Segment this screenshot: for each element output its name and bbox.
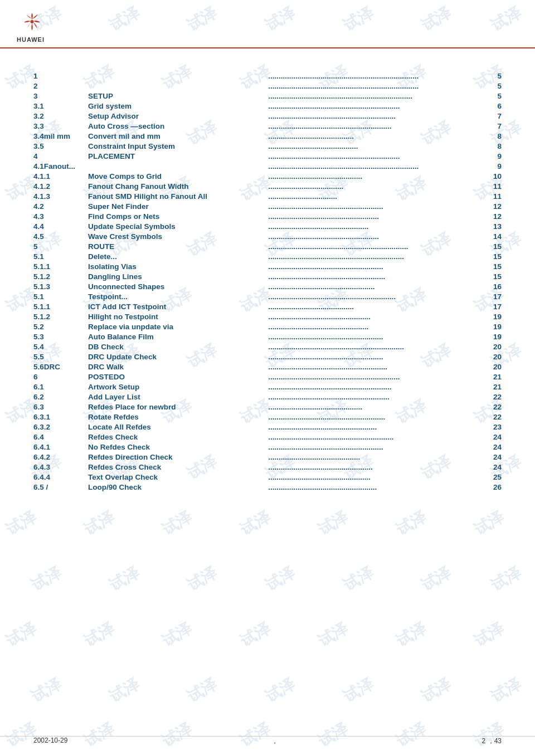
toc-page: 15 xyxy=(485,261,502,271)
toc-num: 6.3.2 xyxy=(33,422,84,432)
toc-title: Fanout Chang Fanout Width xyxy=(84,181,268,191)
watermark-97: 试泽 xyxy=(392,718,430,752)
toc-title: Constraint Input System xyxy=(84,141,268,151)
watermark-70: 试泽 xyxy=(470,506,508,540)
toc-page: 16 xyxy=(485,281,502,291)
toc-page: 9 xyxy=(485,151,502,161)
toc-row: 4.2Super Net Finder.....................… xyxy=(33,201,502,211)
watermark-96: 试泽 xyxy=(314,718,352,752)
toc-dots: ........................................… xyxy=(268,342,485,352)
toc-page: 7 xyxy=(485,121,502,131)
toc-dots: ........................................… xyxy=(268,321,485,331)
toc-page: 5 xyxy=(485,91,502,101)
watermark-82: 试泽 xyxy=(314,618,352,652)
toc-dots: ................................. xyxy=(268,191,485,201)
toc-title: Loop/90 Check xyxy=(84,482,268,492)
toc-row: 6.5 /Loop/90 Check......................… xyxy=(33,482,502,492)
toc-dots: ........................................… xyxy=(268,131,485,141)
toc-row: 6.4.2Refdes Direction Check.............… xyxy=(33,452,502,462)
toc-dots: ........................................… xyxy=(268,251,485,261)
toc-page: 22 xyxy=(485,402,502,412)
toc-page: 13 xyxy=(485,221,502,231)
toc-page: 20 xyxy=(485,342,502,352)
toc-row: 6.4.1No Refdes Check....................… xyxy=(33,442,502,452)
toc-num: 5.4 xyxy=(33,342,84,352)
toc-title: Update Special Symbols xyxy=(84,221,268,231)
toc-page: 10 xyxy=(485,171,502,181)
toc-page: 22 xyxy=(485,392,502,402)
toc-dots: ........................................… xyxy=(268,281,485,291)
toc-row: 5.2Replace via unpdate via..............… xyxy=(33,321,502,331)
toc-title: No Refdes Check xyxy=(84,442,268,452)
toc-row: 4.1Fanout...............................… xyxy=(33,161,502,171)
toc-page: 8 xyxy=(485,131,502,141)
toc-num: 4.3 xyxy=(33,211,84,221)
toc-num: 5.1.2 xyxy=(33,311,84,321)
footer-date: 2002-10-29 xyxy=(33,737,67,746)
toc-page: 25 xyxy=(485,472,502,482)
toc-num: 6.3.1 xyxy=(33,412,84,422)
toc-num: 3.3 xyxy=(33,121,84,131)
page-footer: 2002-10-29 ， 2 ，43 xyxy=(0,736,535,746)
toc-row: 4.4Update Special Symbols...............… xyxy=(33,221,502,231)
toc-num: 4.1.3 xyxy=(33,191,84,201)
toc-row: 5.1.1Isolating Vias.....................… xyxy=(33,261,502,271)
toc-title: Refdes Direction Check xyxy=(84,452,268,462)
toc-num: 5.2 xyxy=(33,321,84,331)
svg-point-0 xyxy=(31,20,34,23)
toc-dots: ........................................… xyxy=(268,241,485,251)
toc-dots: ........................................… xyxy=(268,201,485,211)
toc-num: 4.2 xyxy=(33,201,84,211)
toc-num: 6.4.1 xyxy=(33,442,84,452)
toc-title: Artwork Setup xyxy=(84,382,268,392)
toc-title: Dangling Lines xyxy=(84,271,268,281)
toc-num: 1 xyxy=(33,71,84,81)
watermark-94: 试泽 xyxy=(158,718,196,752)
toc-dots: ........................................… xyxy=(268,472,485,482)
watermark-87: 试泽 xyxy=(183,674,221,708)
toc-title: SETUP xyxy=(84,91,268,101)
toc-row: 4PLACEMENT..............................… xyxy=(33,151,502,161)
toc-page: 8 xyxy=(485,141,502,151)
footer-center: ， xyxy=(271,737,278,746)
toc-title: ROUTE xyxy=(84,241,268,251)
toc-title: DRC Walk xyxy=(84,362,268,372)
toc-num: 4.4 xyxy=(33,221,84,231)
toc-title: Delete... xyxy=(84,251,268,261)
toc-row: 5.4DB Check.............................… xyxy=(33,342,502,352)
watermark-66: 试泽 xyxy=(158,506,196,540)
toc-page: 17 xyxy=(485,301,502,311)
toc-page: 22 xyxy=(485,412,502,422)
toc-title: Move Comps to Grid xyxy=(84,171,268,181)
toc-title: Auto Cross —section xyxy=(84,121,268,131)
toc-row: 5ROUTE..................................… xyxy=(33,241,502,251)
toc-row: 5.1.2Dangling Lines.....................… xyxy=(33,271,502,281)
watermark-81: 试泽 xyxy=(236,618,274,652)
watermark-80: 试泽 xyxy=(158,618,196,652)
toc-page: 19 xyxy=(485,331,502,342)
watermark-95: 试泽 xyxy=(236,718,274,752)
toc-num: 2 xyxy=(33,81,84,91)
toc-num: 4 xyxy=(33,151,84,161)
toc-page: 6 xyxy=(485,101,502,111)
toc-page: 20 xyxy=(485,352,502,362)
toc-num: 6.4.2 xyxy=(33,452,84,462)
toc-page: 23 xyxy=(485,422,502,432)
toc-row: 6.3.1Rotate Refdes......................… xyxy=(33,412,502,422)
toc-dots: ........................................… xyxy=(268,452,485,462)
toc-dots: ........................................… xyxy=(268,352,485,362)
toc-dots: ........................................… xyxy=(268,261,485,271)
toc-num: 4.1.2 xyxy=(33,181,84,191)
watermark-65: 试泽 xyxy=(80,506,118,540)
toc-dots: ........................................… xyxy=(268,91,485,101)
toc-num: 5.1.3 xyxy=(33,281,84,291)
toc-num: 4.5 xyxy=(33,231,84,241)
logo-container: HUAWEI xyxy=(17,10,518,43)
watermark-79: 试泽 xyxy=(80,618,118,652)
toc-row: 3.3Auto Cross —section..................… xyxy=(33,121,502,131)
toc-dots: ........................................… xyxy=(268,161,485,171)
toc-dots: ........................................… xyxy=(268,432,485,442)
toc-row: 3.4mil mmConvert mil and mm.............… xyxy=(33,131,502,141)
watermark-83: 试泽 xyxy=(392,618,430,652)
toc-row: 3.1Grid system..........................… xyxy=(33,101,502,111)
